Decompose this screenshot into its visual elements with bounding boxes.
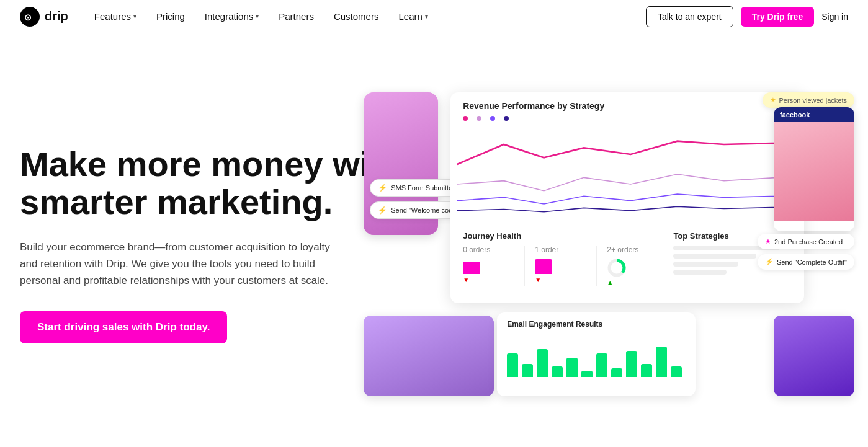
bar-4: [552, 366, 563, 378]
nav-items: Features ▾ Pricing Integrations ▾ Partne…: [86, 6, 437, 27]
nav-learn[interactable]: Learn ▾: [390, 6, 436, 27]
badge-2nd-purchase: ★ 2nd Purchase Created: [758, 234, 854, 249]
nav-partners[interactable]: Partners: [270, 6, 323, 27]
nav-integrations[interactable]: Integrations ▾: [196, 6, 267, 27]
journey-section: Journey Health 0 orders ▼: [450, 226, 804, 286]
try-drip-free-button[interactable]: Try Drip free: [741, 7, 814, 27]
lightning-icon: ⚡: [765, 258, 774, 266]
badge-complete-outfit: ⚡ Send "Complete Outfit": [758, 254, 854, 270]
logo-text: drip: [45, 9, 68, 24]
strat-line-2: [673, 254, 756, 259]
badge-cards: ★ 2nd Purchase Created ⚡ Send "Complete …: [758, 234, 854, 270]
star-icon: ★: [770, 96, 776, 104]
journey-health-label: Journey Health: [463, 231, 663, 241]
donut-chart: [607, 258, 627, 278]
bar-5: [566, 358, 578, 378]
journey-health: Journey Health 0 orders ▼: [463, 231, 663, 286]
photo-left-card: [364, 316, 494, 396]
dashboard-mockup: ⚡ SMS Form Submitted ⚡ Send "Welcome cod…: [450, 92, 848, 396]
logo[interactable]: ⊙ drip: [20, 7, 68, 27]
facebook-header: facebook: [774, 107, 854, 122]
legend-item-3: [490, 116, 495, 121]
strat-line-3: [673, 262, 738, 267]
nav-customers[interactable]: Customers: [325, 6, 388, 27]
facebook-image: [774, 122, 854, 221]
nav-right: Talk to an expert Try Drip free Sign in: [646, 6, 848, 27]
legend-item-4: [504, 116, 509, 121]
facebook-ad-card: facebook: [774, 107, 854, 231]
star-icon: ★: [765, 237, 771, 246]
person-viewed-tag: ★ Person viewed jackets: [763, 92, 854, 108]
nav-left: ⊙ drip Features ▾ Pricing Integrations ▾…: [20, 6, 437, 27]
revenue-chart-card: Revenue Performance by Strategy: [450, 92, 804, 303]
nav-pricing[interactable]: Pricing: [148, 6, 194, 27]
email-bar-chart: [507, 334, 686, 377]
bar-3: [537, 349, 548, 378]
email-engagement-card: Email Engagement Results: [497, 312, 696, 396]
strat-line-4: [673, 270, 727, 275]
bar-8: [611, 368, 622, 377]
bar-wrap-0: [463, 257, 519, 274]
donut-wrap: [607, 257, 663, 279]
bar-11: [656, 347, 667, 377]
bar-1: [507, 353, 518, 378]
talk-to-expert-button[interactable]: Talk to an expert: [646, 6, 733, 27]
bar-6: [581, 371, 593, 378]
hero-subtext: Build your ecommerce brand—from customer…: [20, 239, 349, 290]
sign-in-link[interactable]: Sign in: [821, 12, 848, 22]
hero-section: Make more money with smarter marketing. …: [0, 33, 868, 443]
bar-12: [671, 366, 682, 378]
trend-0: ▼: [463, 277, 519, 283]
bar-7: [596, 353, 607, 378]
chart-legend: [450, 116, 804, 125]
legend-item-1: [463, 116, 468, 121]
bar-0: [463, 262, 480, 274]
hero-cta-button[interactable]: Start driving sales with Drip today.: [20, 311, 227, 343]
email-chart-title: Email Engagement Results: [507, 320, 686, 329]
chevron-down-icon: ▾: [425, 13, 428, 20]
nav-features[interactable]: Features ▾: [86, 6, 145, 27]
revenue-line-chart: [450, 125, 804, 224]
legend-item-2: [477, 116, 481, 121]
journey-1-order: 1 order ▼: [530, 246, 597, 286]
lightning-icon: ⚡: [378, 184, 387, 192]
bar-wrap-1: [535, 257, 591, 274]
journey-0-orders: 0 orders ▼: [463, 246, 525, 286]
bar-2: [522, 364, 533, 377]
navbar: ⊙ drip Features ▾ Pricing Integrations ▾…: [0, 0, 868, 33]
photo-left-image: [364, 316, 494, 396]
trend-2: ▲: [607, 279, 663, 286]
journey-cols: 0 orders ▼ 1 order: [463, 246, 663, 286]
bar-10: [641, 364, 652, 377]
bar-1: [535, 259, 552, 274]
trend-1: ▼: [535, 277, 591, 283]
svg-text:⊙: ⊙: [24, 12, 32, 22]
chevron-down-icon: ▾: [133, 13, 136, 20]
photo-right-image: [774, 316, 854, 396]
photo-right-card: [774, 316, 854, 396]
journey-2plus-orders: 2+ orders ▲: [602, 246, 663, 286]
chevron-down-icon: ▾: [256, 13, 259, 20]
bar-9: [626, 351, 637, 377]
hero-right: ⚡ SMS Form Submitted ⚡ Send "Welcome cod…: [450, 92, 848, 396]
lightning-icon: ⚡: [378, 206, 387, 215]
chart-title: Revenue Performance by Strategy: [450, 92, 804, 116]
